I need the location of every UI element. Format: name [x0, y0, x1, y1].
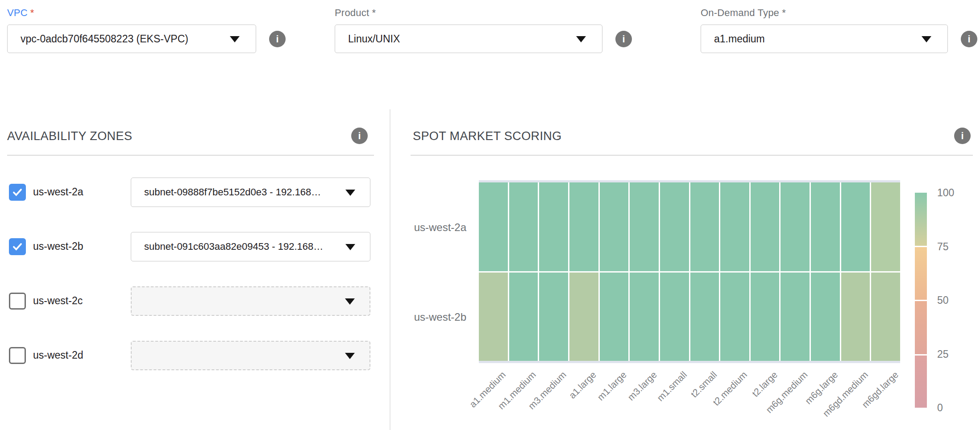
az-zone-label: us-west-2c	[33, 295, 83, 307]
vpc-select[interactable]: vpc-0adcb70f645508223 (EKS-VPC)	[7, 25, 256, 53]
heatmap-cell-us-west-2a-t2.large[interactable]	[751, 182, 780, 271]
availability-zones-title: AVAILABILITY ZONES	[7, 129, 132, 143]
x-axis-label: a1.large	[567, 369, 599, 401]
az-zone-label: us-west-2d	[33, 349, 83, 361]
chevron-down-icon	[576, 36, 586, 42]
heatmap-cell-us-west-2b-m6g.medium[interactable]	[781, 273, 810, 361]
spot-market-heatmap	[479, 180, 900, 363]
info-glyph: i	[276, 33, 278, 45]
heatmap-cell-us-west-2b-m3.large[interactable]	[630, 273, 659, 361]
legend-gradient-segment	[915, 247, 927, 300]
az-row-us-west-2c: us-west-2c	[7, 286, 374, 316]
product-label: Product *	[335, 7, 602, 19]
az-checkbox-us-west-2a[interactable]	[9, 184, 26, 201]
info-glyph: i	[622, 33, 625, 45]
chevron-down-icon	[345, 298, 355, 305]
heatmap-cell-us-west-2b-m3.medium[interactable]	[539, 273, 568, 361]
vpc-select-value: vpc-0adcb70f645508223 (EKS-VPC)	[21, 33, 188, 45]
info-glyph: i	[961, 130, 963, 142]
chevron-down-icon	[345, 244, 355, 250]
az-row-us-west-2b: us-west-2b subnet-091c603aa82e09453 - 19…	[7, 232, 374, 261]
chevron-down-icon	[922, 36, 931, 42]
az-row-us-west-2d: us-west-2d	[7, 341, 374, 370]
section-divider	[390, 109, 390, 430]
az-subnet-select-us-west-2a[interactable]: subnet-09888f7be5152d0e3 - 192.168…	[131, 178, 370, 207]
x-axis-label: m1.small	[655, 369, 689, 403]
product-field: Product * Linux/UNIX i	[335, 7, 602, 53]
heatmap-row-label: us-west-2b	[395, 311, 466, 323]
heatmap-cell-us-west-2b-a1.medium[interactable]	[479, 273, 508, 361]
legend-gradient-segment	[915, 356, 927, 408]
heatmap-cell-us-west-2b-t2.large[interactable]	[751, 273, 780, 361]
legend-tick-label: 75	[937, 241, 949, 253]
vpc-label: VPC*	[7, 7, 256, 19]
spot-market-scoring-rule	[411, 155, 973, 156]
vpc-label-text: VPC	[7, 7, 28, 18]
legend-tick-label: 0	[937, 402, 943, 414]
heatmap-cell-us-west-2a-m6gd.medium[interactable]	[841, 182, 870, 271]
az-subnet-select-us-west-2b[interactable]: subnet-091c603aa82e09453 - 192.168…	[131, 232, 370, 261]
availability-zones-info-icon[interactable]: i	[351, 128, 368, 144]
chevron-down-icon	[345, 353, 355, 359]
vpc-field: VPC* vpc-0adcb70f645508223 (EKS-VPC) i	[7, 7, 256, 53]
heatmap-cell-us-west-2a-m3.medium[interactable]	[539, 182, 568, 271]
product-select[interactable]: Linux/UNIX	[335, 25, 602, 53]
on-demand-type-label: On-Demand Type *	[701, 7, 948, 19]
heatmap-cell-us-west-2b-m6g.large[interactable]	[811, 273, 840, 361]
info-glyph: i	[358, 130, 361, 142]
check-icon	[12, 186, 23, 198]
legend-tick-label: 100	[937, 187, 954, 199]
az-checkbox-us-west-2c[interactable]	[9, 293, 26, 310]
x-axis-label: m3.large	[626, 369, 659, 403]
x-axis-label: m1.large	[595, 369, 629, 403]
heatmap-cell-us-west-2b-m6gd.large[interactable]	[871, 273, 900, 361]
heatmap-cell-us-west-2a-m6g.medium[interactable]	[781, 182, 810, 271]
az-checkbox-us-west-2d[interactable]	[9, 347, 26, 364]
heatmap-cell-us-west-2b-m1.medium[interactable]	[509, 273, 538, 361]
legend-gradient-segment	[915, 193, 927, 246]
heatmap-cell-us-west-2a-m1.small[interactable]	[660, 182, 689, 271]
heatmap-cell-us-west-2a-t2.small[interactable]	[690, 182, 719, 271]
heatmap-cell-us-west-2a-a1.large[interactable]	[569, 182, 598, 271]
az-subnet-value: subnet-09888f7be5152d0e3 - 192.168…	[144, 186, 321, 198]
product-select-value: Linux/UNIX	[348, 33, 400, 45]
x-axis-label: t2.large	[750, 369, 780, 399]
chevron-down-icon	[230, 36, 240, 42]
az-checkbox-us-west-2b[interactable]	[9, 238, 26, 255]
on-demand-type-select[interactable]: a1.medium	[701, 25, 948, 53]
chevron-down-icon	[345, 190, 355, 196]
heatmap-cell-us-west-2a-m1.medium[interactable]	[509, 182, 538, 271]
heatmap-cell-us-west-2b-a1.large[interactable]	[569, 273, 598, 361]
legend-tick-label: 50	[937, 294, 949, 306]
on-demand-type-info-icon[interactable]: i	[961, 31, 977, 47]
spot-market-scoring-title: SPOT MARKET SCORING	[413, 129, 562, 143]
vpc-info-icon[interactable]: i	[269, 31, 286, 47]
on-demand-type-select-value: a1.medium	[714, 33, 765, 45]
az-zone-label: us-west-2a	[33, 186, 83, 198]
vpc-required-mark: *	[30, 7, 34, 18]
heatmap-cell-us-west-2a-m1.large[interactable]	[600, 182, 629, 271]
heatmap-cell-us-west-2b-m1.large[interactable]	[600, 273, 629, 361]
heatmap-cell-us-west-2b-t2.medium[interactable]	[720, 273, 749, 361]
heatmap-cell-us-west-2a-m6g.large[interactable]	[811, 182, 840, 271]
on-demand-type-field: On-Demand Type * a1.medium i	[701, 7, 948, 53]
az-row-us-west-2a: us-west-2a subnet-09888f7be5152d0e3 - 19…	[7, 178, 374, 207]
legend-gradient-segment	[915, 301, 927, 354]
heatmap-cell-us-west-2b-m6gd.medium[interactable]	[841, 273, 870, 361]
heatmap-cell-us-west-2a-a1.medium[interactable]	[479, 182, 508, 271]
heatmap-cell-us-west-2b-m1.small[interactable]	[660, 273, 689, 361]
heatmap-row-label: us-west-2a	[395, 221, 466, 234]
heatmap-cell-us-west-2a-m3.large[interactable]	[630, 182, 659, 271]
az-subnet-select-us-west-2c[interactable]	[131, 286, 370, 316]
info-glyph: i	[968, 33, 970, 45]
heatmap-cell-us-west-2b-t2.small[interactable]	[690, 273, 719, 361]
availability-zones-rule	[7, 155, 374, 156]
az-zone-label: us-west-2b	[33, 240, 83, 252]
heatmap-cell-us-west-2a-t2.medium[interactable]	[720, 182, 749, 271]
check-icon	[12, 241, 23, 252]
az-subnet-value: subnet-091c603aa82e09453 - 192.168…	[144, 241, 323, 252]
product-info-icon[interactable]: i	[615, 31, 632, 47]
spot-market-scoring-info-icon[interactable]: i	[954, 128, 971, 144]
az-subnet-select-us-west-2d[interactable]	[131, 341, 370, 370]
heatmap-cell-us-west-2a-m6gd.large[interactable]	[871, 182, 900, 271]
